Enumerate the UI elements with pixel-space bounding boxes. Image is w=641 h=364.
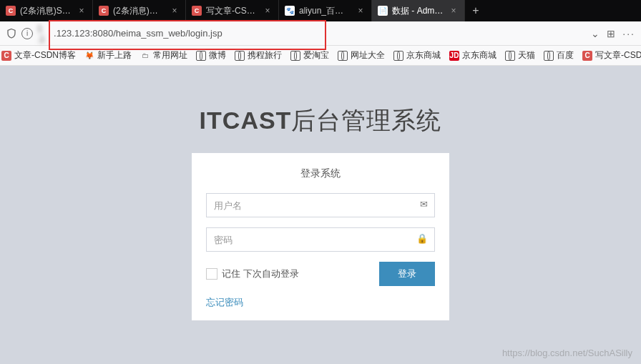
close-icon[interactable]: × bbox=[356, 6, 366, 16]
envelope-icon: ✉ bbox=[420, 199, 428, 210]
bookmarks-bar: C文章-CSDN博客 🦊新手上路 🗀常用网址 微博 携程旅行 爱淘宝 网址大全 … bbox=[0, 46, 641, 66]
jd-icon: JD bbox=[449, 51, 459, 61]
csdn-icon: C bbox=[6, 6, 16, 16]
remember-checkbox[interactable]: 记住 下次自动登录 bbox=[206, 267, 299, 280]
page-icon: 📄 bbox=[378, 6, 388, 16]
csdn-icon: C bbox=[99, 6, 109, 16]
tab-label: (2条消息)SuchA bbox=[20, 5, 72, 17]
tab-label: 写文章-CSDN博 bbox=[206, 5, 258, 17]
bookmark-label: 爱淘宝 bbox=[303, 49, 329, 62]
title-rest: 后台管理系统 bbox=[291, 107, 441, 134]
globe-icon bbox=[290, 51, 300, 61]
remember-label: 记住 下次自动登录 bbox=[222, 267, 299, 280]
shield-icon[interactable] bbox=[6, 28, 17, 39]
bookmark-label: 文章-CSDN博客 bbox=[14, 49, 76, 62]
menu-icon[interactable]: ··· bbox=[622, 28, 635, 39]
bookmark-label: 微博 bbox=[209, 49, 226, 62]
bookmark-label: 京东商城 bbox=[406, 49, 441, 62]
bookmark-item[interactable]: 网址大全 bbox=[338, 49, 385, 62]
globe-icon bbox=[235, 51, 245, 61]
username-group: ✉ bbox=[206, 193, 435, 217]
csdn-icon: C bbox=[1, 51, 11, 61]
close-icon[interactable]: × bbox=[449, 6, 459, 16]
reader-mode-icon[interactable]: ⌄ bbox=[591, 28, 600, 39]
title-bold: ITCAST bbox=[200, 107, 292, 134]
url-blurred-prefix: 1 .1 bbox=[37, 23, 54, 44]
login-heading: 登录系统 bbox=[206, 167, 435, 180]
tab-2[interactable]: C (2条消息)文章管 × bbox=[93, 0, 186, 21]
folder-icon: 🗀 bbox=[140, 51, 150, 61]
url-input[interactable] bbox=[54, 28, 587, 39]
bookmark-item[interactable]: 携程旅行 bbox=[235, 49, 282, 62]
tab-label: aliyun_百度搜索 bbox=[299, 5, 351, 17]
bookmark-item[interactable]: 百度 bbox=[544, 49, 574, 62]
tab-strip: C (2条消息)SuchA × C (2条消息)文章管 × C 写文章-CSDN… bbox=[0, 0, 641, 21]
address-bar: i 1 .1 ⌄ ⊞ ··· bbox=[0, 21, 641, 46]
bookmark-item[interactable]: 天猫 bbox=[505, 49, 535, 62]
tab-label: (2条消息)文章管 bbox=[113, 5, 165, 17]
username-input[interactable] bbox=[206, 193, 435, 217]
bookmark-item[interactable]: 京东商城 bbox=[393, 49, 441, 62]
bookmark-item[interactable]: C文章-CSDN博客 bbox=[1, 49, 76, 62]
login-actions-row: 记住 下次自动登录 登录 bbox=[206, 262, 435, 286]
bookmark-item[interactable]: 🦊新手上路 bbox=[84, 49, 132, 62]
grid-icon[interactable]: ⊞ bbox=[607, 28, 615, 39]
page-title: ITCAST后台管理系统 bbox=[0, 104, 641, 137]
forgot-password-link[interactable]: 忘记密码 bbox=[206, 296, 435, 309]
bookmark-item[interactable]: 🗀常用网址 bbox=[140, 49, 187, 62]
address-actions: ⌄ ⊞ ··· bbox=[591, 28, 635, 39]
bookmark-label: 京东商城 bbox=[462, 49, 496, 62]
login-box: 登录系统 ✉ 🔒 记住 下次自动登录 登录 忘记密码 bbox=[192, 153, 449, 320]
tab-1[interactable]: C (2条消息)SuchA × bbox=[0, 0, 93, 21]
tab-label: 数据 - AdminLT bbox=[392, 5, 444, 17]
tab-5-active[interactable]: 📄 数据 - AdminLT × bbox=[372, 0, 465, 21]
url-input-wrapper[interactable]: 1 .1 bbox=[37, 24, 587, 43]
globe-icon bbox=[196, 51, 206, 61]
lock-icon: 🔒 bbox=[416, 233, 428, 244]
page-content: ITCAST后台管理系统 登录系统 ✉ 🔒 记住 下次自动登录 登录 忘记密码 … bbox=[0, 66, 641, 364]
bookmark-label: 天猫 bbox=[518, 49, 535, 62]
bookmark-label: 写文章-CSDN bbox=[595, 49, 641, 62]
password-group: 🔒 bbox=[206, 227, 435, 252]
new-tab-button[interactable]: + bbox=[465, 0, 486, 21]
firefox-icon: 🦊 bbox=[84, 51, 94, 61]
baidu-icon: 🐾 bbox=[285, 6, 295, 16]
info-icon[interactable]: i bbox=[21, 28, 33, 39]
bookmark-label: 新手上路 bbox=[97, 49, 132, 62]
csdn-icon: C bbox=[582, 51, 592, 61]
bookmark-item[interactable]: 爱淘宝 bbox=[290, 49, 329, 62]
close-icon[interactable]: × bbox=[263, 6, 273, 16]
close-icon[interactable]: × bbox=[77, 6, 87, 16]
globe-icon bbox=[544, 51, 554, 61]
bookmark-label: 携程旅行 bbox=[248, 49, 282, 62]
checkbox-icon[interactable] bbox=[206, 268, 217, 280]
password-input[interactable] bbox=[206, 227, 435, 252]
bookmark-item[interactable]: JD京东商城 bbox=[449, 49, 496, 62]
tab-4[interactable]: 🐾 aliyun_百度搜索 × bbox=[279, 0, 372, 21]
csdn-icon: C bbox=[192, 6, 202, 16]
globe-icon bbox=[338, 51, 348, 61]
bookmark-item[interactable]: 微博 bbox=[196, 49, 226, 62]
tab-3[interactable]: C 写文章-CSDN博 × bbox=[186, 0, 279, 21]
close-icon[interactable]: × bbox=[170, 6, 180, 16]
bookmark-item[interactable]: C写文章-CSDN bbox=[582, 49, 641, 62]
bookmark-label: 百度 bbox=[557, 49, 574, 62]
watermark-text: https://blog.csdn.net/SuchASilly bbox=[502, 348, 632, 358]
login-button[interactable]: 登录 bbox=[379, 262, 435, 286]
bookmark-label: 常用网址 bbox=[153, 49, 187, 62]
globe-icon bbox=[505, 51, 515, 61]
globe-icon bbox=[393, 51, 403, 61]
bookmark-label: 网址大全 bbox=[351, 49, 385, 62]
